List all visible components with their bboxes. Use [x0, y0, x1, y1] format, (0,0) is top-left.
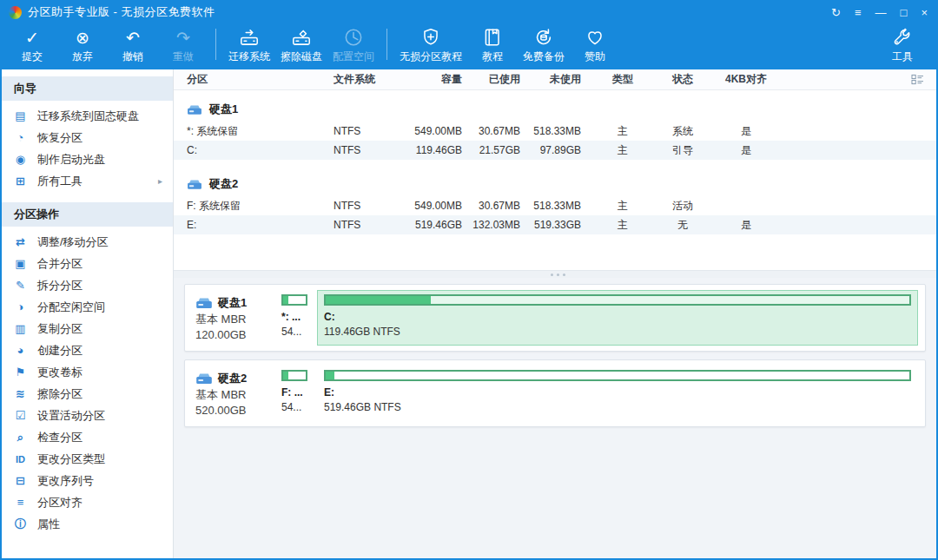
partition-row[interactable]: F: 系统保留 NTFS 549.00MB 30.67MB 518.33MB 主…	[174, 196, 936, 215]
partition-row[interactable]: C: NTFS 119.46GB 21.57GB 97.89GB 主 引导 是	[174, 141, 936, 160]
align-icon: ≡	[12, 496, 29, 509]
disk-eraser-icon	[290, 25, 313, 49]
wipe-icon: ≋	[12, 387, 29, 400]
sidebar-item-check-partition[interactable]: ⌕ 检查分区	[2, 426, 173, 448]
toolbar-separator	[215, 29, 216, 60]
sidebar-item-resize-move-partition[interactable]: ⇄ 调整/移动分区	[2, 231, 173, 253]
chevron-right-icon: ▸	[158, 176, 162, 186]
sidebar-item-migrate-os-to-ssd[interactable]: ▤ 迁移系统到固态硬盘	[2, 105, 173, 127]
wrench-icon	[891, 25, 914, 49]
sidebar-item-create-partition[interactable]: ◕ 创建分区	[2, 339, 173, 361]
circle-x-icon: ⊗	[76, 25, 89, 49]
sidebar-item-set-active-partition[interactable]: ☑ 设置活动分区	[2, 405, 173, 426]
column-options-icon[interactable]	[788, 74, 936, 85]
backup-sync-icon	[532, 25, 555, 49]
usage-bar	[324, 370, 911, 381]
toolbar-free-backup-button[interactable]: 免费备份	[518, 23, 570, 64]
partition-block-c[interactable]: C: 119.46GB NTFS	[317, 290, 918, 346]
minimize-button[interactable]: —	[875, 7, 887, 18]
sidebar-item-properties[interactable]: ⓘ 属性	[2, 513, 173, 535]
refresh-button[interactable]: ↻	[831, 7, 841, 18]
disk-group-row[interactable]: 硬盘2	[174, 172, 936, 196]
sidebar-item-change-partition-type[interactable]: ID 更改分区类型	[2, 448, 173, 470]
disk-card: 硬盘1 基本 MBR 120.00GB *: ... 54...	[184, 284, 926, 352]
checkbox-edit-icon: ☑	[12, 409, 29, 422]
split-pen-icon: ✎	[12, 279, 29, 292]
disk-size: 520.00GB	[195, 404, 279, 417]
disk-info[interactable]: 硬盘1 基本 MBR 120.00GB	[192, 290, 279, 346]
partition-table: 分区 文件系统 容量 已使用 未使用 类型 状态 4KB对齐	[174, 69, 936, 270]
sidebar-item-copy-partition[interactable]: ▥ 复制分区	[2, 318, 173, 339]
close-button[interactable]: ×	[921, 7, 928, 18]
serial-number-icon: ⊟	[12, 474, 29, 487]
create-icon: ◕	[12, 344, 29, 357]
sidebar-item-change-label[interactable]: ⚑ 更改卷标	[2, 361, 173, 383]
usage-bar	[281, 370, 307, 381]
recover-icon: ◔	[12, 131, 29, 144]
undo-icon: ↶	[126, 25, 140, 49]
clock-icon	[342, 25, 365, 49]
window-title: 分区助手专业版 - 无损分区免费软件	[28, 4, 215, 20]
pie-icon: ◑	[12, 300, 29, 313]
toolbar-tools-button[interactable]: 工具	[877, 23, 928, 64]
partition-block-f[interactable]: F: ... 54...	[279, 366, 310, 421]
check-icon: ✓	[25, 25, 39, 49]
disk-style: 基本 MBR	[195, 387, 279, 403]
sidebar-item-change-serial-number[interactable]: ⊟ 更改序列号	[2, 470, 173, 491]
panel-splitter[interactable]	[174, 270, 936, 278]
toolbar-undo-button[interactable]: ↶ 撤销	[108, 23, 158, 64]
disk-arrow-icon	[238, 25, 261, 49]
sidebar-item-make-bootable-media[interactable]: ◉ 制作启动光盘	[2, 148, 173, 170]
tag-icon: ⚑	[12, 366, 29, 379]
maximize-button[interactable]: □	[901, 7, 908, 18]
toolbar-discard-button[interactable]: ⊗ 放弃	[57, 23, 108, 64]
usage-bar	[324, 294, 911, 306]
table-header: 分区 文件系统 容量 已使用 未使用 类型 状态 4KB对齐	[174, 69, 936, 90]
hard-disk-icon	[187, 103, 202, 115]
usage-bar	[281, 294, 307, 306]
partition-row[interactable]: *: 系统保留 NTFS 549.00MB 30.67MB 518.33MB 主…	[174, 122, 936, 141]
menu-button[interactable]: ≡	[855, 7, 862, 18]
disk-info[interactable]: 硬盘2 基本 MBR 520.00GB	[192, 366, 279, 421]
sidebar-item-recover-partition[interactable]: ◔ 恢复分区	[2, 127, 173, 148]
magnifier-icon: ⌕	[12, 431, 29, 445]
merge-icon: ▣	[12, 257, 29, 270]
sidebar-item-merge-partitions[interactable]: ▣ 合并分区	[2, 253, 173, 274]
info-icon: ⓘ	[12, 517, 29, 532]
toolbar-allocate-space-button[interactable]: 配置空间	[327, 23, 380, 64]
disk-size: 120.00GB	[195, 328, 279, 341]
toolbar-migrate-os-button[interactable]: 迁移系统	[223, 23, 275, 64]
disk-group-row[interactable]: 硬盘1	[174, 97, 936, 122]
sidebar-item-split-partition[interactable]: ✎ 拆分分区	[2, 274, 173, 296]
app-logo-icon	[9, 6, 22, 19]
resize-icon: ⇄	[12, 235, 29, 248]
toolbar-separator	[386, 29, 387, 60]
toolbar-partition-tutorial-button[interactable]: 无损分区教程	[394, 23, 467, 64]
sidebar: 向导 ▤ 迁移系统到固态硬盘 ◔ 恢复分区 ◉ 制作启动光盘 ⊞ 所有工具 ▸	[2, 69, 174, 558]
sidebar-item-wipe-partition[interactable]: ≋ 擦除分区	[2, 383, 173, 405]
disk-map-panel: 硬盘1 基本 MBR 120.00GB *: ... 54...	[174, 278, 936, 558]
hard-disk-icon	[187, 178, 202, 190]
toolbar-submit-button[interactable]: ✓ 提交	[7, 23, 57, 64]
window-controls: ↻ ≡ — □ ×	[831, 7, 928, 18]
partition-block-system-reserved[interactable]: *: ... 54...	[279, 290, 310, 346]
sidebar-item-partition-alignment[interactable]: ≡ 分区对齐	[2, 491, 173, 513]
toolbar-redo-button[interactable]: ↷ 重做	[158, 23, 208, 64]
toolbar: ✓ 提交 ⊗ 放弃 ↶ 撤销 ↷ 重做 迁移系统 擦除磁盘	[2, 23, 936, 69]
partition-row[interactable]: E: NTFS 519.46GB 132.03MB 519.33GB 主 无 是	[174, 215, 936, 234]
partition-block-e[interactable]: E: 519.46GB NTFS	[317, 366, 918, 421]
sidebar-section-partition-ops: 分区操作	[2, 202, 173, 227]
hard-disk-icon	[195, 372, 213, 385]
app-window: 分区助手专业版 - 无损分区免费软件 ↻ ≡ — □ × ✓ 提交 ⊗ 放弃 ↶…	[0, 0, 938, 560]
heart-icon	[584, 25, 606, 49]
sidebar-item-all-tools[interactable]: ⊞ 所有工具 ▸	[2, 170, 173, 192]
sidebar-item-allocate-free-space[interactable]: ◑ 分配空闲空间	[2, 296, 173, 318]
disc-icon: ◉	[12, 153, 29, 166]
grid-icon: ⊞	[12, 175, 29, 188]
disk-style: 基本 MBR	[195, 312, 279, 327]
toolbar-sponsor-button[interactable]: 赞助	[570, 23, 620, 64]
toolbar-tutorial-button[interactable]: 教程	[467, 23, 518, 64]
title-bar: 分区助手专业版 - 无损分区免费软件 ↻ ≡ — □ ×	[2, 2, 936, 23]
toolbar-wipe-disk-button[interactable]: 擦除磁盘	[275, 23, 327, 64]
sidebar-section-wizards: 向导	[2, 76, 173, 101]
